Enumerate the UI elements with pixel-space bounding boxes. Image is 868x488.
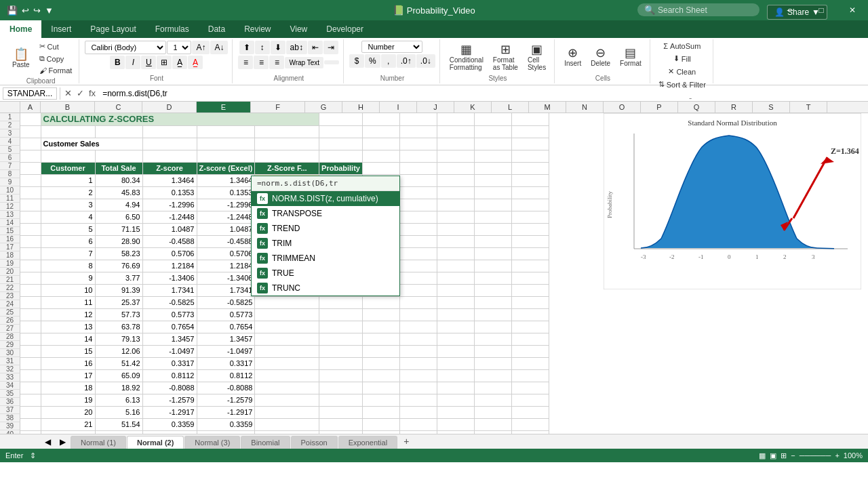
cell-G26[interactable] <box>319 418 363 430</box>
row-num-1[interactable]: 1 <box>0 113 20 121</box>
cell-E6[interactable]: 1.3464 <box>197 174 255 186</box>
cell-L5[interactable] <box>511 162 549 174</box>
cell-K16[interactable] <box>474 296 511 308</box>
cell-C17[interactable]: 57.73 <box>95 308 142 321</box>
cell-K13[interactable] <box>474 260 511 272</box>
cell-E23[interactable]: -0.8088 <box>197 382 255 394</box>
cell-E27[interactable]: -0.0866 <box>197 430 255 434</box>
col-header-E[interactable]: E <box>197 102 251 113</box>
cell-B4[interactable] <box>41 150 95 162</box>
cell-B7[interactable]: 2 <box>41 186 95 199</box>
cell-L12[interactable] <box>511 247 549 260</box>
row-num-16[interactable]: 16 <box>0 235 20 243</box>
cell-D7[interactable]: 0.1353 <box>142 186 197 199</box>
cell-E18[interactable]: 0.7654 <box>197 321 255 333</box>
cell-K9[interactable] <box>474 211 511 223</box>
cell-E20[interactable]: -1.0497 <box>197 345 255 357</box>
align-right-button[interactable]: ≡ <box>269 56 284 69</box>
cell-L26[interactable] <box>511 418 549 430</box>
search-input[interactable] <box>658 5 753 15</box>
view-layout-icon[interactable]: ▣ <box>770 451 776 460</box>
comma-button[interactable]: , <box>381 54 396 68</box>
cell-K20[interactable] <box>474 345 511 357</box>
cell-A7[interactable] <box>20 186 41 199</box>
cell-B20[interactable]: 15 <box>41 345 95 357</box>
cell-E13[interactable]: 1.2184 <box>197 260 255 272</box>
sheet-tab-normal3[interactable]: Normal (3) <box>184 436 240 449</box>
decimal-decrease-button[interactable]: .0↓ <box>416 54 435 68</box>
col-header-H[interactable]: H <box>342 102 380 113</box>
col-header-S[interactable]: S <box>753 102 790 113</box>
cell-C22[interactable]: 65.09 <box>95 369 142 382</box>
cell-K21[interactable] <box>474 357 511 369</box>
insert-function-button[interactable]: fx <box>87 88 97 98</box>
cell-G5[interactable]: Probability <box>319 162 363 174</box>
cell-C19[interactable]: 79.13 <box>95 333 142 345</box>
cell-D25[interactable]: -1.2917 <box>142 406 197 418</box>
cell-E2[interactable] <box>197 125 255 138</box>
cell-B16[interactable]: 11 <box>41 296 95 308</box>
cell-K17[interactable] <box>474 308 511 321</box>
tab-page-layout[interactable]: Page Layout <box>81 20 145 38</box>
cell-D5[interactable]: Z-score <box>142 162 197 174</box>
cell-H23[interactable] <box>362 382 399 394</box>
align-left-button[interactable]: ≡ <box>238 56 253 69</box>
cell-D12[interactable]: 0.5706 <box>142 247 197 260</box>
col-header-B[interactable]: B <box>41 102 95 113</box>
row-num-22[interactable]: 22 <box>0 284 20 292</box>
cell-E11[interactable]: -0.4588 <box>197 235 255 247</box>
row-num-10[interactable]: 10 <box>0 186 20 195</box>
cell-K10[interactable] <box>474 223 511 235</box>
cell-H19[interactable] <box>362 333 399 345</box>
col-header-C[interactable]: C <box>95 102 142 113</box>
cell-I15[interactable] <box>399 284 437 296</box>
cell-I3[interactable] <box>399 138 437 150</box>
col-header-T[interactable]: T <box>790 102 827 113</box>
cell-E3[interactable] <box>197 138 255 150</box>
percent-button[interactable]: % <box>365 54 380 68</box>
row-num-38[interactable]: 38 <box>0 414 20 422</box>
row-num-26[interactable]: 26 <box>0 317 20 325</box>
col-header-L[interactable]: L <box>492 102 529 113</box>
row-num-28[interactable]: 28 <box>0 333 20 341</box>
col-header-A[interactable]: A <box>20 102 41 113</box>
bold-button[interactable]: B <box>110 56 125 69</box>
cell-B23[interactable]: 18 <box>41 382 95 394</box>
font-color-button[interactable]: A̲ <box>188 56 203 69</box>
cell-I6[interactable] <box>399 174 437 186</box>
sheet-tab-exponential[interactable]: Exponential <box>338 436 398 449</box>
cell-G1[interactable] <box>319 113 363 125</box>
cell-E21[interactable]: 0.3317 <box>197 357 255 369</box>
minimize-button[interactable]: ─ <box>774 0 806 20</box>
cell-C16[interactable]: 25.37 <box>95 296 142 308</box>
cell-E16[interactable]: -0.5825 <box>197 296 255 308</box>
cell-D21[interactable]: 0.3317 <box>142 357 197 369</box>
zoom-in-button[interactable]: + <box>835 451 839 460</box>
cell-A15[interactable] <box>20 284 41 296</box>
cell-D11[interactable]: -0.4588 <box>142 235 197 247</box>
cell-J21[interactable] <box>437 357 474 369</box>
cell-D10[interactable]: 1.0487 <box>142 223 197 235</box>
cell-E8[interactable]: -1.2996 <box>197 199 255 211</box>
cell-G2[interactable] <box>319 125 363 138</box>
cell-C9[interactable]: 6.50 <box>95 211 142 223</box>
row-num-7[interactable]: 7 <box>0 162 20 170</box>
cell-I5[interactable] <box>399 162 437 174</box>
insert-cells-button[interactable]: ⊕ Insert <box>560 45 585 69</box>
cell-D4[interactable] <box>142 150 197 162</box>
cell-L25[interactable] <box>511 406 549 418</box>
cell-J16[interactable] <box>437 296 474 308</box>
cell-B1[interactable]: CALCULATING Z-SCORES <box>41 113 319 125</box>
cell-J1[interactable] <box>437 113 474 125</box>
cell-H20[interactable] <box>362 345 399 357</box>
redo-icon[interactable]: ↪ <box>33 5 41 16</box>
cell-A22[interactable] <box>20 369 41 382</box>
cell-G4[interactable] <box>319 150 363 162</box>
row-num-9[interactable]: 9 <box>0 178 20 186</box>
row-num-4[interactable]: 4 <box>0 138 20 146</box>
row-num-6[interactable]: 6 <box>0 154 20 162</box>
cell-F26[interactable] <box>255 418 319 430</box>
cell-G23[interactable] <box>319 382 363 394</box>
cell-J19[interactable] <box>437 333 474 345</box>
cell-D13[interactable]: 1.2184 <box>142 260 197 272</box>
